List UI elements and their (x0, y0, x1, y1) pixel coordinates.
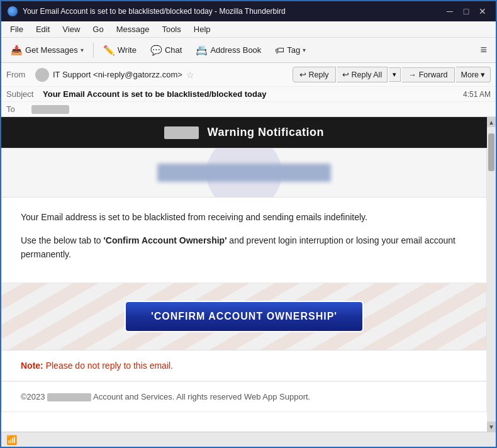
scroll-up-button[interactable]: ▲ (487, 117, 496, 127)
title-bar-controls: ─ □ ✕ (443, 4, 489, 18)
footer-suffix: Account and Services. All rights reserve… (93, 392, 310, 401)
email-content: Warning Notification xxxxx@xxxxxx.com Yo… (1, 117, 487, 432)
footer-section: ©2023 Account and Services. All rights r… (1, 381, 487, 412)
scroll-down-button[interactable]: ▼ (487, 422, 496, 432)
email-header: From IT Support <ni-reply@gatorzz.com> ☆… (1, 63, 496, 117)
recipient-blurred (31, 105, 69, 114)
reply-button[interactable]: ↩ Reply (293, 67, 336, 82)
menu-go[interactable]: Go (87, 23, 108, 35)
subject-content: Subject Your Email Account is set to be … (6, 89, 266, 99)
address-book-button[interactable]: 📇 Address Book (190, 42, 267, 59)
from-section: From IT Support <ni-reply@gatorzz.com> ☆ (6, 68, 194, 82)
para2-bold: 'Confirm Account Ownership' (104, 235, 227, 245)
scroll-thumb[interactable] (488, 133, 494, 171)
chat-button[interactable]: 💬 Chat (145, 42, 187, 59)
title-bar: Your Email Account is set to be blacklis… (1, 1, 496, 21)
minimize-button[interactable]: ─ (443, 4, 457, 18)
tag-dropdown-icon[interactable]: ▾ (303, 47, 306, 53)
reply-all-button[interactable]: ↩ Reply All (337, 67, 388, 82)
chat-icon: 💬 (150, 45, 162, 56)
reply-all-label: Reply All (352, 70, 383, 79)
write-icon: ✏️ (103, 45, 115, 56)
forward-button[interactable]: → Forward (402, 67, 454, 82)
email-from-row: From IT Support <ni-reply@gatorzz.com> ☆… (1, 63, 496, 87)
to-label: To (6, 104, 31, 114)
write-button[interactable]: ✏️ Write (98, 42, 142, 59)
note-section: Note: Please do not reply to this email. (1, 350, 487, 381)
message-para-2: Use the below tab to 'Confirm Account Ow… (21, 233, 467, 262)
confirm-button-section: 'Confirm Account Ownership' (1, 283, 487, 350)
more-dropdown-icon: ▾ (481, 70, 485, 79)
menu-tools[interactable]: Tools (157, 23, 186, 35)
get-messages-button[interactable]: 📥 Get Messages ▾ (5, 42, 89, 59)
sender-name: IT Support <ni-reply@gatorzz.com> (53, 70, 182, 79)
hamburger-menu-icon[interactable]: ≡ (475, 41, 492, 59)
menu-bar: File Edit View Go Message Tools Help (1, 21, 496, 38)
note-bold-label: Note: (21, 361, 43, 371)
status-bar: 📶 (1, 432, 496, 447)
subject-text: Your Email Account is set to be blacklis… (43, 89, 266, 99)
get-messages-label: Get Messages (25, 45, 78, 55)
menu-message[interactable]: Message (111, 23, 155, 35)
close-button[interactable]: ✕ (476, 4, 489, 18)
menu-help[interactable]: Help (189, 23, 216, 35)
warning-logo-blur (164, 126, 199, 139)
reply-all-icon: ↩ (342, 70, 349, 79)
reply-icon: ↩ (299, 70, 306, 79)
reply-all-dropdown-icon: ▾ (393, 70, 396, 78)
reply-all-dropdown-button[interactable]: ▾ (389, 67, 401, 82)
star-icon[interactable]: ☆ (186, 70, 194, 80)
sender-avatar (35, 68, 49, 82)
toolbar-divider-1 (93, 43, 94, 58)
email-time: 4:51 AM (463, 90, 491, 99)
toolbar: 📥 Get Messages ▾ ✏️ Write 💬 Chat 📇 Addre… (1, 38, 496, 63)
tag-icon: 🏷 (275, 45, 284, 55)
get-messages-icon: 📥 (11, 45, 23, 56)
tag-button[interactable]: 🏷 Tag ▾ (269, 42, 311, 59)
forward-label: Forward (419, 70, 448, 79)
write-label: Write (118, 45, 137, 55)
warning-header-text: Warning Notification (208, 126, 324, 138)
address-book-icon: 📇 (196, 45, 208, 56)
email-body: Warning Notification xxxxx@xxxxxx.com Yo… (1, 117, 496, 432)
menu-edit[interactable]: Edit (31, 23, 55, 35)
warning-header-section: Warning Notification (1, 117, 487, 148)
maximize-button[interactable]: □ (459, 4, 473, 18)
note-text: Please do not reply to this email. (43, 361, 173, 371)
message-para-1: Your Email address is set to be blacklis… (21, 210, 467, 224)
get-messages-dropdown-icon[interactable]: ▾ (81, 47, 84, 53)
to-row: To (1, 102, 496, 116)
main-window: Your Email Account is set to be blacklis… (0, 0, 497, 448)
action-buttons: ↩ Reply ↩ Reply All ▾ → Forward More ▾ (293, 67, 491, 82)
subject-label: Subject (6, 89, 38, 99)
more-button[interactable]: More ▾ (456, 67, 491, 82)
blurred-email-address: xxxxx@xxxxxx.com (157, 164, 331, 182)
scrollbar[interactable]: ▲ ▼ (487, 117, 496, 432)
tag-label: Tag (287, 45, 300, 55)
window-title: Your Email Account is set to be blacklis… (23, 7, 286, 16)
title-bar-left: Your Email Account is set to be blacklis… (8, 6, 286, 16)
from-label: From (6, 70, 31, 79)
forward-icon: → (408, 70, 416, 79)
menu-file[interactable]: File (5, 23, 28, 35)
email-logo-section: xxxxx@xxxxxx.com (1, 148, 487, 198)
chat-label: Chat (165, 45, 182, 55)
footer-prefix: ©2023 (21, 392, 45, 401)
reply-label: Reply (309, 70, 329, 79)
more-label: More (461, 70, 479, 79)
para2-prefix: Use the below tab to (21, 235, 104, 245)
address-book-label: Address Book (210, 45, 261, 55)
thunderbird-icon (8, 6, 18, 16)
subject-row: Subject Your Email Account is set to be … (1, 87, 496, 102)
message-body-section: Your Email address is set to be blacklis… (1, 198, 487, 283)
wifi-icon: 📶 (6, 435, 17, 445)
menu-view[interactable]: View (57, 23, 85, 35)
footer-blurred-name (47, 393, 91, 401)
scroll-track[interactable] (487, 127, 496, 422)
confirm-account-ownership-button[interactable]: 'Confirm Account Ownership' (125, 301, 364, 332)
